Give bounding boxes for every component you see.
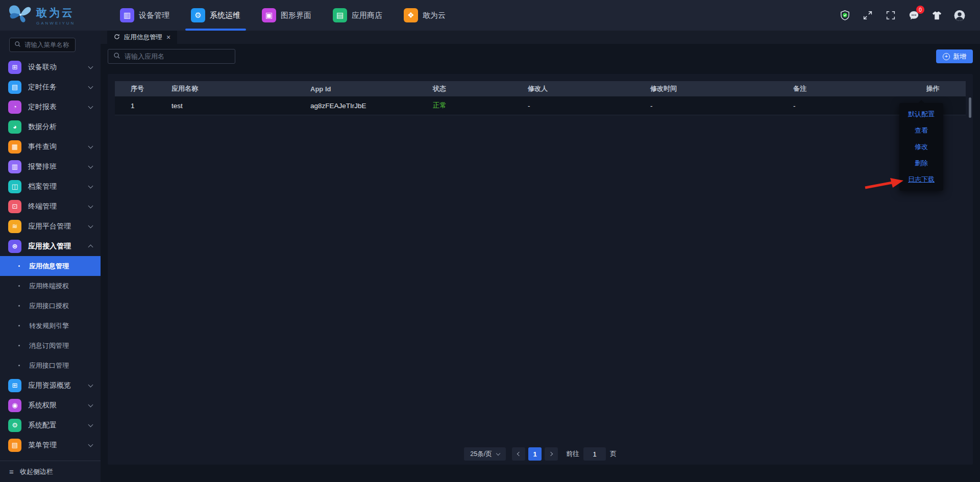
system-permissions-icon: ◉ xyxy=(8,399,21,412)
table-header: 序号 应用名称 App Id 状态 修改人 修改时间 备注 操作 xyxy=(115,81,966,96)
fullscreen-frame-icon[interactable] xyxy=(885,9,897,21)
col-actions: 操作 xyxy=(926,84,940,93)
messages-icon[interactable]: 0 xyxy=(908,9,920,21)
menu-item-default-config[interactable]: 默认配置 xyxy=(899,106,943,122)
table-panel: 序号 应用名称 App Id 状态 修改人 修改时间 备注 操作 1 test … xyxy=(108,74,973,465)
menu-item-view[interactable]: 查看 xyxy=(899,122,943,139)
archive-management-icon: ◫ xyxy=(8,180,21,193)
chevron-down-icon xyxy=(88,104,93,109)
event-query-icon: ▦ xyxy=(8,140,21,154)
bullet-icon xyxy=(18,285,20,287)
data-analysis-icon: ◕ xyxy=(8,120,21,134)
sidebar-item-terminal-management[interactable]: ⊡ 终端管理 xyxy=(0,196,101,216)
menu-item-modify[interactable]: 修改 xyxy=(899,139,943,155)
sidebar-item-alarm-scheduling[interactable]: ▥ 报警排班 xyxy=(0,157,101,176)
pagination: 25条/页 1 前往 页 xyxy=(115,447,966,461)
search-icon xyxy=(113,52,120,61)
collapse-sidebar-button[interactable]: ≡ 收起侧边栏 xyxy=(0,461,101,482)
col-app-name: 应用名称 xyxy=(159,84,298,93)
sidebar-item-system-permissions[interactable]: ◉ 系统权限 xyxy=(0,395,101,415)
topbar-right-icons: 0 xyxy=(839,9,980,21)
annotation-arrow xyxy=(864,176,904,190)
terminal-management-icon: ⊡ xyxy=(8,200,21,213)
sidebar-item-app-resource-overview[interactable]: ⊞ 应用资源概览 xyxy=(0,375,101,395)
sidebar-item-scheduled-tasks[interactable]: ▤ 定时任务 xyxy=(0,77,101,97)
app-search-input[interactable] xyxy=(125,53,230,60)
bullet-icon xyxy=(18,265,20,267)
close-icon[interactable]: × xyxy=(166,33,170,41)
chevron-down-icon xyxy=(88,223,93,228)
col-modified-time: 修改时间 xyxy=(638,84,780,93)
table-row[interactable]: 1 test ag8zFEAJeTIrJbE 正常 - - - xyxy=(115,96,966,115)
sidebar-item-app-access-management[interactable]: ⊛ 应用接入管理 xyxy=(0,236,101,256)
topbar: 敢为云 GANWEIYUN ▥ 设备管理 ⚙ 系统运维 ▣ 图形界面 ▤ 应用商… xyxy=(0,0,980,31)
system-ops-icon: ⚙ xyxy=(191,8,205,22)
chevron-right-icon xyxy=(549,452,553,456)
topnav-tab-system-ops[interactable]: ⚙ 系统运维 xyxy=(180,0,251,31)
col-status: 状态 xyxy=(420,84,515,93)
brand-subtitle: GANWEIYUN xyxy=(36,21,75,26)
sidebar-item-event-query[interactable]: ▦ 事件查询 xyxy=(0,137,101,157)
sidebar-item-menu-management[interactable]: ▤ 菜单管理 xyxy=(0,435,101,455)
page-size-select[interactable]: 25条/页 xyxy=(464,447,506,461)
bullet-icon xyxy=(18,345,20,346)
chevron-left-icon xyxy=(517,452,521,456)
security-shield-icon[interactable] xyxy=(839,9,851,21)
chevron-down-icon xyxy=(88,203,93,208)
col-modified-by: 修改人 xyxy=(515,84,638,93)
cell-modified-time: - xyxy=(638,102,780,110)
add-button[interactable]: + 新增 xyxy=(936,49,973,63)
sidebar-item-archive-management[interactable]: ◫ 档案管理 xyxy=(0,176,101,196)
bullet-icon xyxy=(18,325,20,326)
chevron-down-icon xyxy=(88,402,93,407)
sidebar-menu: ⊞ 设备联动 ▤ 定时任务 ◔ 定时报表 ◕ 数据分析 xyxy=(0,57,101,461)
sidebar-subitem-app-api-management[interactable]: 应用接口管理 xyxy=(0,356,101,375)
goto-page-input[interactable] xyxy=(583,447,606,461)
goto-label: 前往 xyxy=(566,449,579,459)
circle-plus-icon: + xyxy=(943,53,950,60)
chevron-down-icon xyxy=(496,451,500,455)
menu-item-delete[interactable]: 删除 xyxy=(899,155,943,171)
prev-page-button[interactable] xyxy=(512,447,525,461)
system-config-icon: ⚙ xyxy=(8,419,21,432)
sidebar: ⊞ 设备联动 ▤ 定时任务 ◔ 定时报表 ◕ 数据分析 xyxy=(0,31,101,482)
cell-index: 1 xyxy=(118,102,159,110)
sidebar-item-device-linkage[interactable]: ⊞ 设备联动 xyxy=(0,57,101,77)
sidebar-subitem-app-info-management[interactable]: 应用信息管理 xyxy=(0,256,101,276)
next-page-button[interactable] xyxy=(545,447,558,461)
sidebar-item-app-platform-management[interactable]: ≋ 应用平台管理 xyxy=(0,216,101,236)
sidebar-subitem-forward-rule-engine[interactable]: 转发规则引擎 xyxy=(0,316,101,336)
content-area: + 新增 序号 应用名称 App Id 状态 修改人 修改时间 备注 操作 xyxy=(101,44,980,465)
brand-logo[interactable]: 敢为云 GANWEIYUN xyxy=(0,4,102,27)
app-root: 敢为云 GANWEIYUN ▥ 设备管理 ⚙ 系统运维 ▣ 图形界面 ▤ 应用商… xyxy=(0,0,980,482)
topnav-tab-graphic-ui[interactable]: ▣ 图形界面 xyxy=(251,0,322,31)
fullscreen-expand-icon[interactable] xyxy=(862,9,874,21)
chevron-down-icon xyxy=(88,163,93,168)
theme-shirt-icon[interactable] xyxy=(930,9,943,21)
sidebar-item-scheduled-reports[interactable]: ◔ 定时报表 xyxy=(0,97,101,117)
tab-app-info-management[interactable]: 应用信息管理 × xyxy=(107,31,177,44)
search-icon xyxy=(14,40,21,49)
user-avatar[interactable] xyxy=(953,9,966,21)
topnav-tab-app-store[interactable]: ▤ 应用商店 xyxy=(322,0,393,31)
sidebar-subitem-app-api-auth[interactable]: 应用接口授权 xyxy=(0,296,101,316)
sidebar-item-system-config[interactable]: ⚙ 系统配置 xyxy=(0,415,101,435)
sidebar-subitem-message-subscription[interactable]: 消息订阅管理 xyxy=(0,336,101,356)
page-layout: ⊞ 设备联动 ▤ 定时任务 ◔ 定时报表 ◕ 数据分析 xyxy=(0,31,980,482)
refresh-icon[interactable] xyxy=(114,34,120,41)
current-page-button[interactable]: 1 xyxy=(528,447,542,461)
menu-item-log-download[interactable]: 日志下载 xyxy=(899,171,943,188)
status-badge: 正常 xyxy=(420,101,515,110)
col-app-id: App Id xyxy=(298,85,420,93)
alarm-scheduling-icon: ▥ xyxy=(8,160,21,173)
toolbar: + 新增 xyxy=(108,49,973,64)
scrollbar-thumb[interactable] xyxy=(969,97,971,118)
topnav-tab-ganwei-cloud[interactable]: ❖ 敢为云 xyxy=(393,0,456,31)
chevron-down-icon xyxy=(88,183,93,188)
sidebar-search-input[interactable] xyxy=(24,41,70,48)
topnav-tab-device-management[interactable]: ▥ 设备管理 xyxy=(109,0,180,31)
sidebar-item-data-analysis[interactable]: ◕ 数据分析 xyxy=(0,117,101,137)
col-index: 序号 xyxy=(118,84,159,93)
device-linkage-icon: ⊞ xyxy=(8,61,21,74)
sidebar-subitem-app-terminal-auth[interactable]: 应用终端授权 xyxy=(0,276,101,296)
